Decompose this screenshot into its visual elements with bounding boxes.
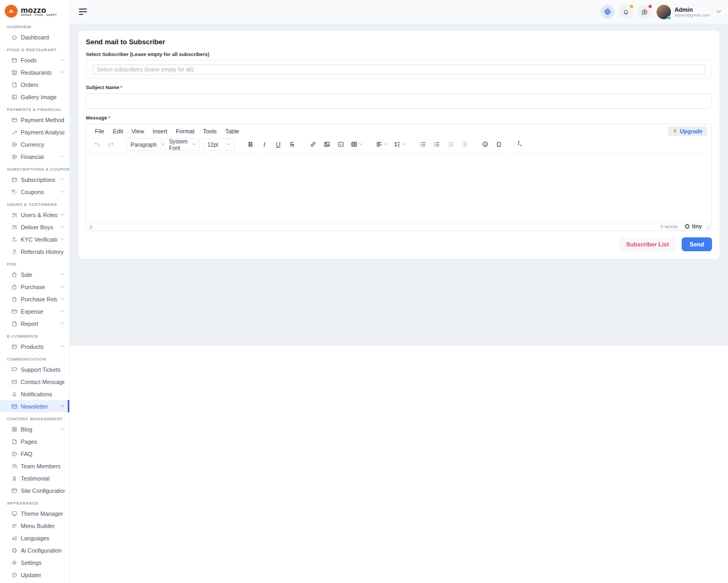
resize-handle-icon[interactable] xyxy=(706,225,710,229)
underline-button[interactable]: U xyxy=(272,138,285,151)
sidebar-item-subscriptions[interactable]: Subscriptions xyxy=(0,173,69,186)
bullet-list-button[interactable] xyxy=(430,138,443,151)
sidebar-item-label: Updater xyxy=(21,572,64,578)
editor-menubar: FileEditViewInsertFormatToolsTable Upgra… xyxy=(86,124,711,137)
subject-input[interactable] xyxy=(86,93,712,109)
sidebar-item-testimonial[interactable]: Testimonial xyxy=(0,472,69,484)
sidebar-item-team-members[interactable]: Team Members xyxy=(0,460,69,472)
sidebar-item-sale[interactable]: Sale xyxy=(0,268,69,281)
box-icon xyxy=(11,176,18,183)
sidebar-item-dashboard[interactable]: Dashboard xyxy=(0,31,69,43)
outdent-button[interactable] xyxy=(444,138,457,151)
font-size-select[interactable]: 12pt xyxy=(203,138,235,151)
section-label: APPEARANCE xyxy=(0,497,69,507)
notifications-button[interactable] xyxy=(619,5,633,19)
sidebar-item-label: Report xyxy=(21,321,58,327)
table-button[interactable] xyxy=(348,138,365,151)
sidebar-item-site-configuration[interactable]: Site Configuration xyxy=(0,484,69,497)
chevron-down-icon[interactable] xyxy=(716,10,721,13)
sidebar-item-restaurants[interactable]: Restaurants xyxy=(0,66,69,78)
user-menu[interactable]: Admin admin@gmail.com xyxy=(657,5,721,19)
sidebar-item-blog[interactable]: Blog xyxy=(0,423,69,435)
align-left-button[interactable] xyxy=(373,138,390,151)
coin-icon xyxy=(11,153,18,160)
indent-button[interactable] xyxy=(458,138,471,151)
editor-content[interactable] xyxy=(86,154,711,222)
sidebar-item-notifications[interactable]: Notifications xyxy=(0,388,69,400)
tiny-logo[interactable]: tiny xyxy=(684,223,702,229)
element-path-button[interactable]: p xyxy=(90,223,660,229)
sidebar-item-currency[interactable]: Currency xyxy=(0,138,69,150)
chat-icon xyxy=(11,366,18,373)
paragraph-select[interactable]: Paragraph xyxy=(126,138,161,151)
envelope-icon xyxy=(11,403,18,410)
bold-button[interactable]: B xyxy=(244,138,257,151)
sidebar-item-deliver-boys[interactable]: Deliver Boys xyxy=(0,221,69,233)
sidebar-item-updater[interactable]: Updater xyxy=(0,569,69,581)
strikethrough-button[interactable]: S xyxy=(286,138,298,151)
sidebar-item-foods[interactable]: Foods xyxy=(0,54,69,66)
sidebar-item-newsletter[interactable]: Newsletter xyxy=(0,400,69,412)
font-family-select[interactable]: System Font xyxy=(165,138,200,151)
sidebar-item-menu-builder[interactable]: Menu Builder xyxy=(0,520,69,532)
sidebar-item-purchase-return[interactable]: Purchase Return xyxy=(0,293,69,305)
sidebar-item-expense[interactable]: Expense xyxy=(0,305,69,317)
sidebar-item-purchase[interactable]: Purchase xyxy=(0,281,69,293)
bullet-list-icon xyxy=(433,141,440,148)
editor-menu-format[interactable]: Format xyxy=(172,126,199,136)
sidebar-item-faq[interactable]: FAQ xyxy=(0,448,69,460)
sidebar-item-contact-messages[interactable]: Contact Messages xyxy=(0,376,69,388)
brand-logo[interactable]: mozzo ORDER . FOOD . HAPPY xyxy=(0,0,69,20)
subscriber-list-button[interactable]: Subscriber List xyxy=(619,237,676,251)
chevron-down-icon xyxy=(60,428,64,430)
italic-button[interactable]: I xyxy=(258,138,271,151)
sidebar-item-support-tickets[interactable]: Support Tickets xyxy=(0,363,69,376)
send-button[interactable]: Send xyxy=(682,237,712,251)
subscriber-select-input[interactable] xyxy=(92,65,706,75)
sidebar-item-gallery-image[interactable]: Gallery Image xyxy=(0,91,69,103)
card-icon xyxy=(11,308,18,315)
image-button[interactable] xyxy=(320,138,333,151)
undo-button[interactable] xyxy=(91,138,103,151)
editor-menu-table[interactable]: Table xyxy=(221,126,243,136)
sidebar-item-settings[interactable]: Settings xyxy=(0,556,69,569)
sidebar-item-payment-methods[interactable]: Payment Methods xyxy=(0,114,69,126)
media-button[interactable] xyxy=(334,138,347,151)
sidebar-item-label: Foods xyxy=(21,57,58,63)
editor-menu-file[interactable]: File xyxy=(91,126,109,136)
sidebar-item-report[interactable]: Report xyxy=(0,317,69,330)
bell-icon xyxy=(11,390,18,397)
content-area: Send mail to Subscriber Select Subscribe… xyxy=(70,23,728,346)
editor-menu-insert[interactable]: Insert xyxy=(148,126,172,136)
sidebar-item-payment-analysis[interactable]: Payment Analysis xyxy=(0,126,69,138)
image-icon xyxy=(11,93,18,100)
link-button[interactable] xyxy=(306,138,319,151)
editor-menu-view[interactable]: View xyxy=(127,126,149,136)
emoji-button[interactable] xyxy=(479,138,491,151)
sidebar-item-users-roles[interactable]: Users & Roles xyxy=(0,209,69,221)
numbered-list-button[interactable] xyxy=(416,138,429,151)
media-icon xyxy=(337,141,344,148)
redo-button[interactable] xyxy=(104,138,117,151)
editor-menu-tools[interactable]: Tools xyxy=(199,126,221,136)
sidebar-item-financial[interactable]: Financial xyxy=(0,150,69,163)
topbar: Admin admin@gmail.com xyxy=(70,0,728,23)
line-height-button[interactable] xyxy=(391,138,408,151)
upgrade-button[interactable]: Upgrade xyxy=(668,126,707,136)
sidebar-item-kyc-verification[interactable]: KYC Verification xyxy=(0,233,69,245)
sidebar-item-products[interactable]: Products xyxy=(0,340,69,353)
sidebar-toggle-button[interactable] xyxy=(77,6,89,17)
sidebar-item-theme-manager[interactable]: Theme Manager xyxy=(0,507,69,520)
sidebar-item-coupons[interactable]: Coupons xyxy=(0,186,69,198)
special-character-button[interactable]: Ω xyxy=(492,138,505,151)
sidebar-item-ai-configuration[interactable]: Ai Configuration xyxy=(0,544,69,556)
sidebar-item-pages[interactable]: Pages xyxy=(0,435,69,448)
sidebar-item-referrals-history[interactable]: Referrals History xyxy=(0,245,69,258)
sidebar-item-languages[interactable]: Languages xyxy=(0,532,69,544)
editor-menu-edit[interactable]: Edit xyxy=(109,126,127,136)
section-label: COMMUNICATION xyxy=(0,353,69,363)
clear-formatting-button[interactable]: I× xyxy=(513,138,526,151)
sidebar-item-orders[interactable]: Orders xyxy=(0,78,69,91)
language-globe-button[interactable] xyxy=(601,5,614,19)
messages-button[interactable] xyxy=(638,5,652,19)
